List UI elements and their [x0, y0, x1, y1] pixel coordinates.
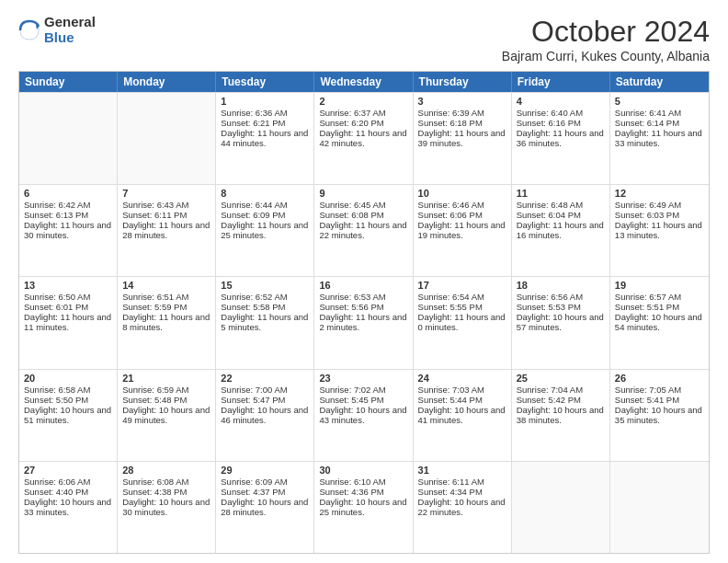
- daylight-text: Daylight: 11 hours and 33 minutes.: [615, 128, 704, 148]
- day-cell-30: 30Sunrise: 6:10 AMSunset: 4:36 PMDayligh…: [314, 462, 413, 553]
- sunset-text: Sunset: 6:06 PM: [418, 210, 506, 220]
- sunrise-text: Sunrise: 7:03 AM: [418, 385, 506, 395]
- daylight-text: Daylight: 10 hours and 25 minutes.: [319, 497, 407, 517]
- sunset-text: Sunset: 5:51 PM: [615, 302, 704, 312]
- sunrise-text: Sunrise: 6:40 AM: [517, 108, 605, 118]
- empty-cell: [610, 462, 709, 553]
- daylight-text: Daylight: 11 hours and 2 minutes.: [319, 312, 407, 332]
- sunrise-text: Sunrise: 6:51 AM: [122, 292, 210, 302]
- day-number: 27: [24, 465, 112, 476]
- day-number: 6: [24, 188, 112, 199]
- sunset-text: Sunset: 4:37 PM: [221, 487, 309, 497]
- daylight-text: Daylight: 11 hours and 39 minutes.: [418, 128, 506, 148]
- day-cell-17: 17Sunrise: 6:54 AMSunset: 5:55 PMDayligh…: [414, 277, 512, 368]
- sunrise-text: Sunrise: 6:41 AM: [615, 108, 704, 118]
- day-cell-3: 3Sunrise: 6:39 AMSunset: 6:18 PMDaylight…: [414, 93, 512, 184]
- sunset-text: Sunset: 4:36 PM: [319, 487, 407, 497]
- daylight-text: Daylight: 11 hours and 22 minutes.: [319, 220, 407, 240]
- daylight-text: Daylight: 11 hours and 25 minutes.: [221, 220, 309, 240]
- sunset-text: Sunset: 5:45 PM: [319, 395, 407, 405]
- subtitle: Bajram Curri, Kukes County, Albania: [502, 49, 710, 63]
- sunset-text: Sunset: 5:42 PM: [517, 395, 605, 405]
- month-title: October 2024: [502, 15, 710, 49]
- daylight-text: Daylight: 11 hours and 19 minutes.: [418, 220, 506, 240]
- title-block: October 2024 Bajram Curri, Kukes County,…: [502, 15, 710, 63]
- day-number: 11: [517, 188, 605, 199]
- header-day-sunday: Sunday: [19, 72, 118, 92]
- day-number: 1: [221, 96, 309, 107]
- daylight-text: Daylight: 10 hours and 57 minutes.: [517, 312, 605, 332]
- day-cell-22: 22Sunrise: 7:00 AMSunset: 5:47 PMDayligh…: [216, 370, 314, 461]
- sunset-text: Sunset: 5:44 PM: [418, 395, 506, 405]
- day-cell-2: 2Sunrise: 6:37 AMSunset: 6:20 PMDaylight…: [314, 93, 413, 184]
- day-cell-29: 29Sunrise: 6:09 AMSunset: 4:37 PMDayligh…: [216, 462, 314, 553]
- day-number: 12: [615, 188, 704, 199]
- day-number: 22: [221, 373, 309, 384]
- day-number: 25: [517, 373, 605, 384]
- sunset-text: Sunset: 5:55 PM: [418, 302, 506, 312]
- day-number: 14: [122, 280, 210, 291]
- day-cell-28: 28Sunrise: 6:08 AMSunset: 4:38 PMDayligh…: [118, 462, 216, 553]
- logo: General Blue: [18, 15, 96, 45]
- day-cell-7: 7Sunrise: 6:43 AMSunset: 6:11 PMDaylight…: [118, 185, 216, 276]
- sunset-text: Sunset: 5:41 PM: [615, 395, 704, 405]
- sunrise-text: Sunrise: 6:54 AM: [418, 292, 506, 302]
- header-day-thursday: Thursday: [414, 72, 512, 92]
- daylight-text: Daylight: 11 hours and 30 minutes.: [24, 220, 112, 240]
- day-number: 28: [122, 465, 210, 476]
- sunset-text: Sunset: 5:59 PM: [122, 302, 210, 312]
- sunset-text: Sunset: 6:18 PM: [418, 118, 506, 128]
- daylight-text: Daylight: 10 hours and 49 minutes.: [122, 405, 210, 425]
- day-number: 3: [418, 96, 506, 107]
- calendar-row-2: 6Sunrise: 6:42 AMSunset: 6:13 PMDaylight…: [19, 184, 709, 276]
- daylight-text: Daylight: 10 hours and 30 minutes.: [122, 497, 210, 517]
- sunset-text: Sunset: 6:03 PM: [615, 210, 704, 220]
- sunrise-text: Sunrise: 6:50 AM: [24, 292, 112, 302]
- day-cell-5: 5Sunrise: 6:41 AMSunset: 6:14 PMDaylight…: [610, 93, 709, 184]
- day-cell-14: 14Sunrise: 6:51 AMSunset: 5:59 PMDayligh…: [118, 277, 216, 368]
- daylight-text: Daylight: 10 hours and 28 minutes.: [221, 497, 309, 517]
- day-number: 30: [319, 465, 407, 476]
- daylight-text: Daylight: 10 hours and 46 minutes.: [221, 405, 309, 425]
- page: General Blue October 2024 Bajram Curri, …: [0, 0, 728, 563]
- sunset-text: Sunset: 6:04 PM: [517, 210, 605, 220]
- sunset-text: Sunset: 5:53 PM: [517, 302, 605, 312]
- sunset-text: Sunset: 4:38 PM: [122, 487, 210, 497]
- daylight-text: Daylight: 10 hours and 33 minutes.: [24, 497, 112, 517]
- day-cell-25: 25Sunrise: 7:04 AMSunset: 5:42 PMDayligh…: [512, 370, 610, 461]
- sunset-text: Sunset: 6:09 PM: [221, 210, 309, 220]
- sunrise-text: Sunrise: 6:08 AM: [122, 477, 210, 487]
- day-cell-31: 31Sunrise: 6:11 AMSunset: 4:34 PMDayligh…: [414, 462, 512, 553]
- empty-cell: [19, 93, 118, 184]
- daylight-text: Daylight: 10 hours and 22 minutes.: [418, 497, 506, 517]
- day-cell-19: 19Sunrise: 6:57 AMSunset: 5:51 PMDayligh…: [610, 277, 709, 368]
- header: General Blue October 2024 Bajram Curri, …: [18, 15, 710, 63]
- sunset-text: Sunset: 5:50 PM: [24, 395, 112, 405]
- sunrise-text: Sunrise: 6:57 AM: [615, 292, 704, 302]
- day-number: 29: [221, 465, 309, 476]
- sunset-text: Sunset: 5:48 PM: [122, 395, 210, 405]
- header-day-saturday: Saturday: [610, 72, 709, 92]
- header-day-friday: Friday: [512, 72, 610, 92]
- sunset-text: Sunset: 6:21 PM: [221, 118, 309, 128]
- day-number: 20: [24, 373, 112, 384]
- day-cell-13: 13Sunrise: 6:50 AMSunset: 6:01 PMDayligh…: [19, 277, 118, 368]
- sunrise-text: Sunrise: 7:05 AM: [615, 385, 704, 395]
- day-cell-20: 20Sunrise: 6:58 AMSunset: 5:50 PMDayligh…: [19, 370, 118, 461]
- sunrise-text: Sunrise: 6:58 AM: [24, 385, 112, 395]
- day-number: 15: [221, 280, 309, 291]
- day-cell-23: 23Sunrise: 7:02 AMSunset: 5:45 PMDayligh…: [314, 370, 413, 461]
- logo-icon: [18, 17, 40, 43]
- daylight-text: Daylight: 11 hours and 5 minutes.: [221, 312, 309, 332]
- sunrise-text: Sunrise: 6:37 AM: [319, 108, 407, 118]
- daylight-text: Daylight: 10 hours and 54 minutes.: [615, 312, 704, 332]
- day-number: 23: [319, 373, 407, 384]
- daylight-text: Daylight: 11 hours and 13 minutes.: [615, 220, 704, 240]
- daylight-text: Daylight: 11 hours and 36 minutes.: [517, 128, 605, 148]
- day-cell-9: 9Sunrise: 6:45 AMSunset: 6:08 PMDaylight…: [314, 185, 413, 276]
- daylight-text: Daylight: 11 hours and 42 minutes.: [319, 128, 407, 148]
- logo-general: General: [44, 15, 96, 30]
- sunset-text: Sunset: 6:20 PM: [319, 118, 407, 128]
- sunrise-text: Sunrise: 7:00 AM: [221, 385, 309, 395]
- daylight-text: Daylight: 10 hours and 35 minutes.: [615, 405, 704, 425]
